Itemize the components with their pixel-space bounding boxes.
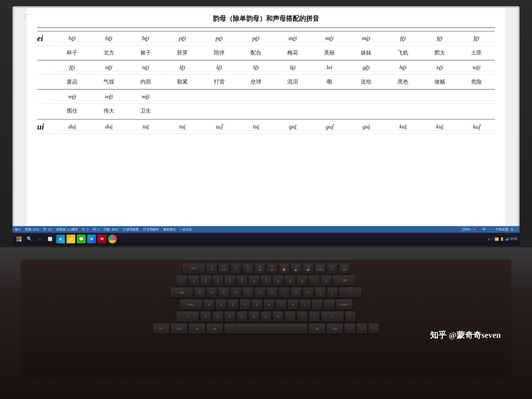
ch-empty-4 — [274, 106, 311, 115]
key-v[interactable]: V — [236, 311, 247, 322]
key-rctrl[interactable]: Ctrl — [326, 323, 343, 334]
key-r[interactable]: R — [230, 287, 241, 298]
key-up[interactable]: ↑ — [345, 311, 356, 322]
key-u[interactable]: U — [267, 287, 278, 298]
key-semicolon[interactable]: :; — [312, 299, 323, 310]
key-o[interactable]: O — [291, 287, 302, 298]
key-5[interactable]: %5 — [236, 275, 247, 286]
key-z[interactable]: Z — [200, 311, 211, 322]
key-f2[interactable]: F2☀☀ — [218, 263, 229, 274]
syllable-lei4: lèi — [274, 63, 311, 71]
task-view-button[interactable]: ⬜ — [46, 235, 54, 243]
key-x[interactable]: X — [212, 311, 223, 322]
syllable-kui2: kuí — [421, 123, 458, 131]
key-quote[interactable]: "' — [324, 299, 335, 310]
key-f10[interactable]: F10PrtSc — [315, 263, 326, 274]
key-k[interactable]: K — [288, 299, 299, 310]
key-alt[interactable]: Alt — [206, 323, 223, 334]
key-backslash[interactable]: |\ — [339, 287, 362, 298]
key-7[interactable]: &7 — [261, 275, 271, 286]
key-f11[interactable]: F11⎚ — [327, 263, 338, 274]
key-slash[interactable]: ?/ — [309, 311, 320, 322]
key-9[interactable]: (9 — [285, 275, 296, 286]
svg-rect-2 — [16, 239, 19, 241]
key-enter[interactable]: Enter — [336, 299, 353, 310]
key-q[interactable]: Q — [194, 287, 205, 298]
key-m[interactable]: M — [273, 311, 284, 322]
key-f1[interactable]: F1☀ — [206, 263, 217, 274]
key-3[interactable]: #3 — [212, 275, 223, 286]
key-ralt[interactable]: Alt — [309, 323, 325, 334]
edge-icon[interactable]: e — [56, 235, 65, 243]
key-rshift[interactable]: ⇧ — [321, 311, 344, 322]
ch-lei4: 流泪 — [274, 77, 311, 86]
key-fn[interactable]: Fn — [153, 323, 169, 334]
key-space[interactable] — [224, 323, 307, 334]
key-4[interactable]: $4 — [224, 275, 235, 286]
windows-button[interactable] — [14, 235, 23, 243]
svg-rect-0 — [16, 236, 19, 239]
key-left[interactable]: ← — [344, 323, 355, 334]
syllable-pei1: pēi — [164, 34, 201, 42]
key-c[interactable]: C — [224, 311, 235, 322]
key-d[interactable]: D — [228, 299, 238, 310]
status-section: 节: 1/1 — [43, 228, 52, 232]
key-right[interactable]: → — [368, 323, 379, 334]
key-lbracket[interactable]: {[ — [315, 287, 326, 298]
folder-icon[interactable]: 📁 — [66, 235, 75, 243]
cortana-button[interactable]: ○ — [35, 235, 44, 243]
wps-icon[interactable]: W — [98, 235, 106, 243]
key-j[interactable]: J — [276, 299, 287, 310]
wechat-icon[interactable]: 💬 — [77, 235, 86, 243]
key-8[interactable]: *8 — [273, 275, 284, 286]
key-2[interactable]: @2 — [200, 275, 211, 286]
app1-icon[interactable]: ❋ — [87, 235, 96, 243]
syllable-empty-9 — [458, 93, 495, 100]
taskbar-left: 🔍 ○ ⬜ e 📁 💬 ❋ W — [14, 235, 117, 243]
key-equals[interactable]: += — [321, 275, 332, 286]
key-t[interactable]: T — [242, 287, 253, 298]
key-g[interactable]: G — [252, 299, 262, 310]
key-f5[interactable]: F5⏮ — [254, 263, 265, 274]
key-comma[interactable]: <, — [285, 311, 296, 322]
key-f[interactable]: F — [240, 299, 250, 310]
key-f9[interactable]: F9🔊 — [303, 263, 314, 274]
key-tilde[interactable]: ~` — [176, 275, 187, 286]
key-6[interactable]: ^6 — [248, 275, 259, 286]
key-f8[interactable]: F8🔉 — [291, 263, 302, 274]
key-p[interactable]: P — [303, 287, 314, 298]
key-esc[interactable]: Esc — [182, 263, 205, 274]
key-e[interactable]: E — [218, 287, 229, 298]
key-f3[interactable]: F3▶⃝ — [230, 263, 241, 274]
key-minus[interactable]: _- — [309, 275, 320, 286]
key-tab[interactable]: Tab — [170, 287, 193, 298]
key-down[interactable]: ↓ — [356, 323, 367, 334]
key-f12[interactable]: F12Del — [339, 263, 350, 274]
key-b[interactable]: B — [248, 311, 259, 322]
key-lshift[interactable]: ⇧ — [176, 311, 199, 322]
key-rbracket[interactable]: }] — [327, 287, 338, 298]
key-h[interactable]: H — [264, 299, 274, 310]
key-f6[interactable]: F6⏭ — [267, 263, 278, 274]
key-f7[interactable]: F7🔇 — [279, 263, 290, 274]
key-i[interactable]: I — [279, 287, 290, 298]
key-ctrl[interactable]: Ctrl — [171, 323, 187, 334]
key-s[interactable]: S — [215, 299, 226, 310]
ch-wei1: 危险 — [458, 77, 495, 86]
search-button[interactable]: 🔍 — [25, 235, 34, 243]
syllable-dui1: duī — [54, 123, 91, 131]
key-caps[interactable]: Caps — [179, 299, 202, 310]
key-l[interactable]: L — [300, 299, 311, 310]
chrome-icon[interactable] — [108, 235, 117, 243]
key-win[interactable]: ⊞ — [189, 323, 205, 334]
key-w[interactable]: W — [206, 287, 217, 298]
key-f4[interactable]: F4⏸ — [242, 263, 253, 274]
key-1[interactable]: !1 — [188, 275, 199, 286]
key-a[interactable]: A — [203, 299, 214, 310]
key-y[interactable]: Y — [254, 287, 265, 298]
key-0[interactable]: )0 — [297, 275, 308, 286]
key-n[interactable]: N — [261, 311, 271, 322]
key-period[interactable]: >. — [297, 311, 308, 322]
key-backspace[interactable]: ⌫ — [333, 275, 356, 286]
syllable-gui1: guī — [274, 123, 311, 131]
